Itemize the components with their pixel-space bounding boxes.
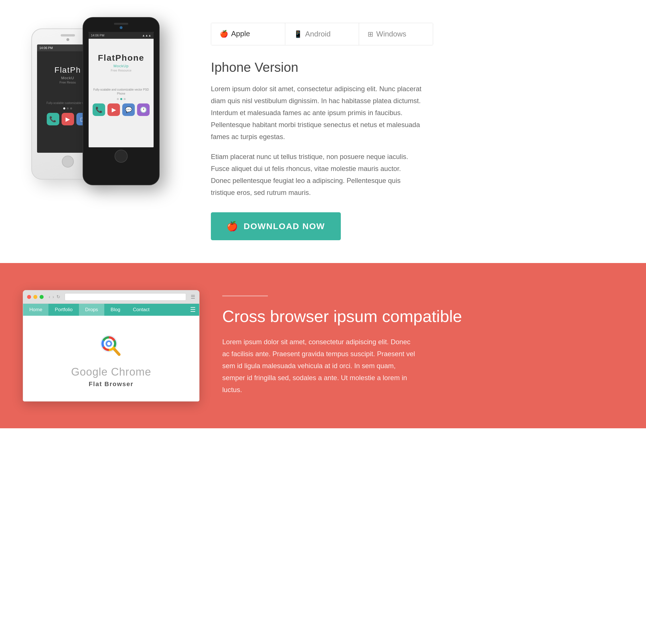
chrome-svg xyxy=(97,332,125,360)
content-area: 🍎 Apple 📱 Android ⊞ Windows Iphone Versi… xyxy=(211,17,623,240)
tab-apple-label: Apple xyxy=(231,29,250,38)
browser-nav-drops-label: Drops xyxy=(85,307,98,313)
download-button[interactable]: 🍎 DOWNLOAD NOW xyxy=(211,212,341,240)
phone-black-dot-3 xyxy=(124,98,126,100)
browser-nav-home[interactable]: Home xyxy=(23,304,48,316)
download-apple-icon: 🍎 xyxy=(227,221,238,232)
phone-black-icon-clock: 🕐 xyxy=(137,103,149,116)
iphone-section-title: Iphone Version xyxy=(211,60,623,75)
phone-white-camera xyxy=(67,38,69,41)
section-top: 14:06 PM ▲▲▲ FlatPh MockU Free Resou Ful… xyxy=(0,0,646,263)
browser-nav-contact-label: Contact xyxy=(133,307,149,313)
download-label: DOWNLOAD NOW xyxy=(244,221,325,231)
cross-browser-para: Lorem ipsum dolor sit amet, consectetur … xyxy=(222,336,416,396)
windows-tab-icon: ⊞ xyxy=(367,30,373,38)
browser-reload-icon[interactable]: ↻ xyxy=(57,294,60,300)
browser-address-bar[interactable] xyxy=(65,293,186,301)
browser-app-name: Google Chrome xyxy=(71,366,151,378)
browser-mockup-area: ‹ › ↻ ☰ Home Portfolio Drops xyxy=(23,290,200,402)
svg-point-5 xyxy=(107,342,111,345)
divider-line xyxy=(222,296,268,296)
phone-area: 14:06 PM ▲▲▲ FlatPh MockU Free Resou Ful… xyxy=(23,17,188,200)
phone-black-icon-phone: 📞 xyxy=(93,103,105,116)
phone-white-dot-2 xyxy=(67,107,69,109)
browser-nav-buttons: ‹ › ↻ xyxy=(49,294,60,300)
phone-black-desc: Fully-scalable and customizable vector P… xyxy=(89,88,153,96)
browser-maximize-btn[interactable] xyxy=(39,295,43,299)
tab-windows-label: Windows xyxy=(376,30,406,38)
browser-minimize-btn[interactable] xyxy=(33,295,37,299)
cross-browser-title: Cross browser ipsum compatible xyxy=(222,306,623,326)
phone-white-home-btn xyxy=(62,155,74,168)
phone-black-phone: Phone xyxy=(115,53,144,63)
phone-black-home-btn xyxy=(115,149,128,163)
phone-black-icons-row: 📞 ▶ 💬 🕐 xyxy=(93,103,149,116)
svg-line-3 xyxy=(114,349,119,354)
tabs-row: 🍎 Apple 📱 Android ⊞ Windows xyxy=(211,23,433,45)
browser-window: ‹ › ↻ ☰ Home Portfolio Drops xyxy=(23,290,200,402)
browser-content: Google Chrome Flat Browser xyxy=(23,316,199,401)
phone-black-status-bar: 14:06 PM ▲▲▲ xyxy=(89,32,153,39)
browser-titlebar: ‹ › ↻ ☰ xyxy=(23,290,199,304)
phone-black-time: 14:06 PM xyxy=(91,34,104,37)
phone-black-dots xyxy=(117,98,126,100)
tab-android[interactable]: 📱 Android xyxy=(285,23,359,45)
browser-navbar: Home Portfolio Drops Blog Contact ☰ xyxy=(23,304,199,316)
browser-hamburger-icon[interactable]: ☰ xyxy=(190,306,196,313)
phone-white-app-name: FlatPh xyxy=(55,66,81,75)
phone-black-app-sub: MockUp xyxy=(113,64,129,68)
tab-apple[interactable]: 🍎 Apple xyxy=(211,23,285,45)
cross-browser-content: Cross browser ipsum compatible Lorem ips… xyxy=(222,296,623,396)
phone-black-flat: Flat xyxy=(98,53,115,63)
tab-android-label: Android xyxy=(305,30,331,38)
phone-black: 14:06 PM ▲▲▲ FlatPhone MockUp Free Resou… xyxy=(83,17,159,185)
phone-black-app-name: FlatPhone xyxy=(98,53,144,63)
browser-nav-blog-label: Blog xyxy=(111,307,120,313)
phone-white-time: 14:06 PM xyxy=(39,46,53,49)
phone-black-icon-play: ▶ xyxy=(107,103,120,116)
browser-nav-drops[interactable]: Drops xyxy=(79,304,104,316)
iphone-section-para2: Etiam placerat nunc ut tellus tristique,… xyxy=(211,151,422,199)
phone-black-camera xyxy=(120,26,122,29)
phone-black-dot-2 xyxy=(120,98,122,100)
iphone-section-para1: Lorem ipsum dolor sit amet, consectetur … xyxy=(211,83,422,143)
phone-black-status-icons: ▲▲▲ xyxy=(142,34,151,37)
phone-black-screen: 14:06 PM ▲▲▲ FlatPhone MockUp Free Resou… xyxy=(89,32,153,147)
chrome-icon xyxy=(97,332,125,360)
phone-white-icon-play: ▶ xyxy=(62,113,74,125)
phone-white-app-sub: MockU xyxy=(61,76,74,80)
browser-nav-contact[interactable]: Contact xyxy=(126,304,156,316)
browser-menu-icon[interactable]: ☰ xyxy=(191,294,195,300)
phone-white-app-free: Free Resou xyxy=(60,81,76,84)
browser-app-sub: Flat Browser xyxy=(89,381,133,388)
phone-white-dot-1 xyxy=(63,107,65,109)
phone-black-speaker xyxy=(114,23,128,25)
phone-black-icon-msg: 💬 xyxy=(122,103,135,116)
browser-close-btn[interactable] xyxy=(27,295,31,299)
browser-nav-home-label: Home xyxy=(29,307,42,313)
browser-back-icon[interactable]: ‹ xyxy=(49,294,50,300)
phone-white-icon-phone: 📞 xyxy=(47,113,59,125)
phone-white-dot-3 xyxy=(70,107,72,109)
tab-windows[interactable]: ⊞ Windows xyxy=(359,23,433,45)
phone-white-dots xyxy=(63,107,72,109)
android-tab-icon: 📱 xyxy=(294,30,302,38)
phone-white-speaker xyxy=(61,34,75,36)
browser-nav-blog[interactable]: Blog xyxy=(104,304,126,316)
browser-nav-portfolio-label: Portfolio xyxy=(55,307,72,313)
apple-tab-icon: 🍎 xyxy=(220,30,228,38)
phone-black-app-free: Free Resource xyxy=(111,69,132,72)
browser-nav-portfolio[interactable]: Portfolio xyxy=(48,304,79,316)
browser-forward-icon[interactable]: › xyxy=(52,294,54,300)
phone-black-dot-1 xyxy=(117,98,119,100)
section-bottom: ‹ › ↻ ☰ Home Portfolio Drops xyxy=(0,263,646,428)
